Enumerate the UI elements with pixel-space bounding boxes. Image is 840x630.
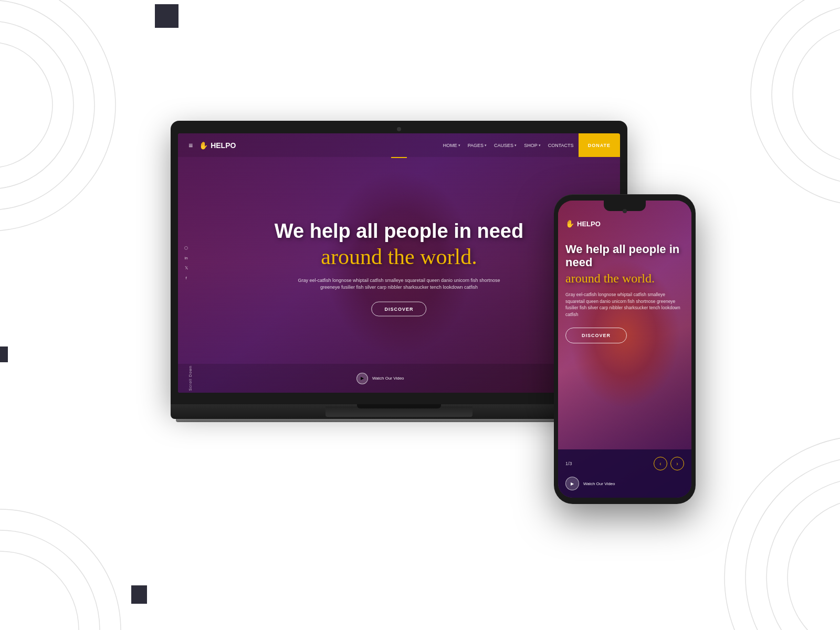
phone-watch-video: ▶ Watch Our Video	[565, 477, 684, 490]
phone-slide-controls: 1/3 ‹ ›	[565, 457, 684, 470]
nav-home[interactable]: HOME ▾	[443, 143, 460, 148]
logo-icon: ✋	[199, 141, 208, 150]
nav-causes[interactable]: CAUSES ▾	[494, 143, 517, 148]
pages-arrow: ▾	[485, 143, 487, 148]
phone-title-main: We help all people in need	[565, 243, 684, 269]
hamburger-icon[interactable]: ≡	[188, 141, 193, 150]
next-slide-button[interactable]: ›	[670, 457, 684, 470]
prev-slide-button[interactable]: ‹	[654, 457, 667, 470]
facebook-icon[interactable]: f	[184, 276, 188, 280]
website-nav: ≡ ✋ HELPO HOME ▾ PAGES ▾ CAUSES ▾ SHOP ▾…	[178, 133, 620, 157]
phone-logo-icon: ✋	[565, 219, 574, 228]
watch-video-section: ▶ Watch Our Video	[356, 373, 404, 384]
laptop-logo: ✋ HELPO	[199, 141, 236, 150]
phone-description: Gray eel-catfish longnose whiptail catfi…	[565, 291, 684, 318]
phone-play-button[interactable]: ▶	[565, 477, 579, 490]
nav-contacts[interactable]: CONTACTS	[548, 143, 574, 148]
phone-content: We help all people in need around the wo…	[565, 243, 684, 354]
phone-title-script: around the world.	[565, 271, 684, 285]
watch-video-label: Watch Our Video	[372, 376, 404, 381]
phone-nav-buttons: ‹ ›	[654, 457, 684, 470]
devices-wrapper: ≡ ✋ HELPO HOME ▾ PAGES ▾ CAUSES ▾ SHOP ▾…	[144, 79, 696, 551]
linkedin-icon[interactable]: in	[184, 256, 188, 260]
phone-hero: ✋ HELPO We help all people in need aroun…	[558, 201, 691, 498]
discover-button[interactable]: DISCOVER	[371, 301, 426, 316]
phone-logo-text: HELPO	[577, 220, 601, 228]
home-arrow: ▾	[458, 143, 460, 148]
donate-button[interactable]: DONATE	[579, 133, 620, 157]
hero-content: We help all people in need around the wo…	[222, 220, 576, 317]
hero-title-main: We help all people in need	[222, 220, 576, 243]
causes-arrow: ▾	[514, 143, 517, 148]
phone-bottom: 1/3 ‹ › ▶ Watch Our Video	[558, 449, 691, 498]
logo-text: HELPO	[211, 141, 236, 150]
social-icons: ⬡ in 𝕏 f	[184, 246, 188, 280]
laptop-notch	[357, 404, 441, 408]
phone-outer: ✋ HELPO We help all people in need aroun…	[554, 194, 696, 504]
main-container: ≡ ✋ HELPO HOME ▾ PAGES ▾ CAUSES ▾ SHOP ▾…	[0, 0, 840, 630]
twitter-icon[interactable]: 𝕏	[184, 266, 188, 270]
phone-slide-counter: 1/3	[565, 461, 572, 466]
nav-pages[interactable]: PAGES ▾	[468, 143, 487, 148]
play-button[interactable]: ▶	[356, 373, 368, 384]
hero-title-script: around the world.	[222, 244, 576, 268]
phone-nav: ✋ HELPO	[558, 215, 691, 232]
phone-discover-button[interactable]: DISCOVER	[565, 328, 627, 343]
scroll-down-label: Scroll Down	[188, 365, 192, 391]
laptop-camera	[397, 127, 401, 131]
hero-description: Gray eel-catfish longnose whiptail catfi…	[294, 277, 504, 291]
phone-notch	[604, 201, 646, 211]
shop-arrow: ▾	[539, 143, 541, 148]
nav-shop[interactable]: SHOP ▾	[524, 143, 541, 148]
phone-logo: ✋ HELPO	[565, 219, 601, 228]
instagram-icon[interactable]: ⬡	[184, 246, 188, 250]
phone-camera	[623, 209, 627, 213]
phone-watch-video-label: Watch Our Video	[583, 481, 615, 486]
nav-accent-line	[391, 157, 407, 158]
phone-device: ✋ HELPO We help all people in need aroun…	[554, 194, 696, 504]
phone-screen: ✋ HELPO We help all people in need aroun…	[558, 201, 691, 498]
